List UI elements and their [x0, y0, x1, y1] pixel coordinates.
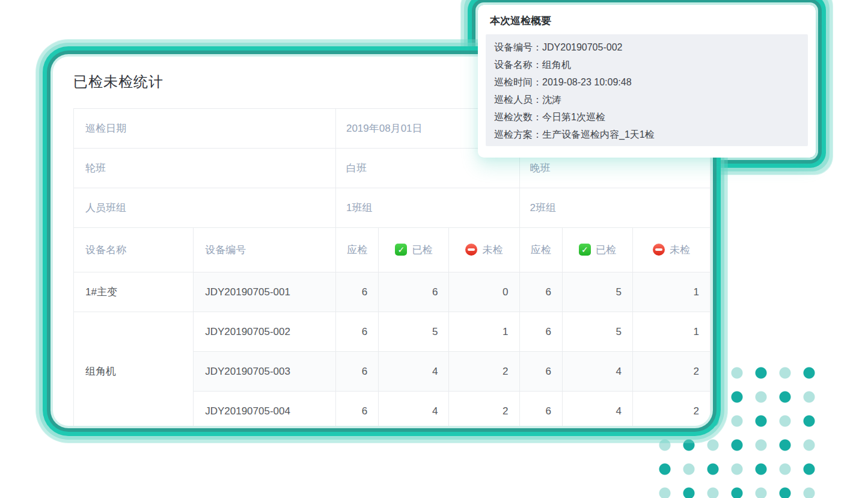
device-no-cell: JDY20190705-002: [194, 312, 336, 352]
green-check-icon: ✓: [395, 244, 407, 256]
table-row-team: 人员班组 1班组 2班组: [74, 188, 711, 228]
due-count: 6: [519, 272, 562, 312]
col-header-device-no: 设备编号: [194, 228, 336, 272]
col-header-device-name: 设备名称: [74, 228, 194, 272]
inspection-date-label: 巡检日期: [74, 109, 336, 149]
unchecked-count: 1: [633, 312, 711, 352]
red-no-entry-icon: [465, 244, 477, 256]
checked-count: 4: [562, 392, 632, 426]
team-label: 人员班组: [74, 188, 336, 228]
unchecked-count: 2: [633, 392, 711, 426]
unchecked-label: 未检: [670, 244, 690, 256]
summary-inspector: 巡检人员：沈涛: [494, 91, 808, 108]
checked-count: 6: [379, 272, 449, 312]
summary-inspection-count: 巡检次数：今日第1次巡检: [494, 108, 808, 126]
checked-count: 5: [562, 272, 632, 312]
checked-label: 已检: [412, 244, 432, 256]
device-no-cell: JDY20190705-001: [194, 272, 336, 312]
col-header-due-1: 应检: [335, 228, 378, 272]
due-count: 6: [335, 392, 378, 426]
shift-label: 轮班: [74, 149, 336, 188]
team-1-value: 1班组: [335, 188, 519, 228]
device-no-cell: JDY20190705-004: [194, 392, 336, 426]
device-no-cell: JDY20190705-003: [194, 352, 336, 392]
due-count: 6: [335, 312, 378, 352]
col-header-due-2: 应检: [519, 228, 562, 272]
table-row: 组角机 JDY20190705-002 6 5 1 6 5 1: [74, 312, 711, 352]
col-header-checked-2: ✓已检: [562, 228, 632, 272]
green-check-icon: ✓: [579, 244, 591, 256]
due-count: 6: [335, 352, 378, 392]
device-name-cell: 1#主变: [74, 272, 194, 312]
unchecked-label: 未检: [482, 244, 503, 256]
table-header-row: 设备名称 设备编号 应检 ✓已检 未检 应检 ✓已检 未检: [74, 228, 711, 272]
due-count: 6: [519, 312, 562, 352]
col-header-unchecked-1: 未检: [449, 228, 519, 272]
unchecked-count: 2: [449, 392, 519, 426]
device-name-cell: 组角机: [74, 312, 194, 426]
checked-count: 4: [379, 352, 449, 392]
page: 已检未检统计 巡检日期 2019年08月01日 轮班 白班 晚班 人员班组: [0, 0, 868, 498]
due-count: 6: [519, 352, 562, 392]
col-header-checked-1: ✓已检: [379, 228, 449, 272]
red-no-entry-icon: [653, 244, 665, 256]
unchecked-count: 1: [449, 312, 519, 352]
summary-detail-box: 设备编号：JDY20190705-002 设备名称：组角机 巡检时间：2019-…: [486, 34, 808, 146]
unchecked-count: 1: [633, 272, 711, 312]
summary-inspection-plan: 巡检方案：生产设备巡检内容_1天1检: [494, 126, 808, 143]
checked-count: 4: [379, 392, 449, 426]
unchecked-count: 0: [449, 272, 519, 312]
page-title: 已检未检统计: [73, 72, 164, 91]
table-row: 1#主变 JDY20190705-001 6 6 0 6 5 1: [74, 272, 711, 312]
team-2-value: 2班组: [519, 188, 710, 228]
summary-title: 本次巡检概要: [490, 14, 551, 28]
col-header-unchecked-2: 未检: [633, 228, 711, 272]
inspection-summary-card: 本次巡检概要 设备编号：JDY20190705-002 设备名称：组角机 巡检时…: [478, 5, 816, 158]
due-count: 6: [519, 392, 562, 426]
unchecked-count: 2: [449, 352, 519, 392]
unchecked-count: 2: [633, 352, 711, 392]
summary-inspection-time: 巡检时间：2019-08-23 10:09:48: [494, 73, 808, 91]
checked-count: 5: [562, 312, 632, 352]
summary-device-no: 设备编号：JDY20190705-002: [494, 38, 808, 56]
checked-count: 4: [562, 352, 632, 392]
due-count: 6: [335, 272, 378, 312]
summary-device-name: 设备名称：组角机: [494, 56, 808, 73]
checked-label: 已检: [596, 244, 616, 256]
checked-count: 5: [379, 312, 449, 352]
